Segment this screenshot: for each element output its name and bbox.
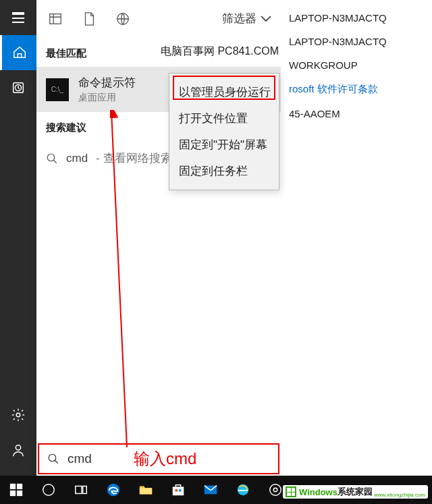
svg-rect-9 xyxy=(10,484,16,489)
window-icon[interactable] xyxy=(46,9,65,28)
cm-open-file-location[interactable]: 打开文件位置 xyxy=(169,105,279,132)
mail-icon[interactable] xyxy=(194,476,227,504)
windows-flag-icon xyxy=(286,486,296,497)
store-icon[interactable] xyxy=(162,476,194,504)
wm-brand-cn: 系统家园 xyxy=(338,486,373,498)
svg-rect-20 xyxy=(179,489,182,492)
start-button[interactable] xyxy=(0,476,32,504)
user-icon[interactable] xyxy=(0,432,36,468)
result-subtitle: 桌面应用 xyxy=(78,92,136,104)
bg-pcname2: LAPTOP-N3MJACTQ xyxy=(289,36,424,47)
gear-icon[interactable] xyxy=(0,397,36,432)
home-icon[interactable] xyxy=(0,35,36,70)
cmd-app-icon: C:\_ xyxy=(46,78,69,101)
explorer-icon[interactable] xyxy=(130,476,162,504)
document-icon[interactable] xyxy=(80,9,99,28)
cortana-button[interactable] xyxy=(32,476,65,504)
taskview-button[interactable] xyxy=(65,476,97,504)
system-info-bg: LAPTOP-N3MJACTQ LAPTOP-N3MJACTQ WORKGROU… xyxy=(281,0,432,476)
edge-icon[interactable] xyxy=(97,476,130,504)
bg-license-link[interactable]: rosoft 软件许可条款 xyxy=(289,83,378,94)
panel-header: 筛选器 xyxy=(36,0,281,38)
start-sidebar xyxy=(0,0,36,476)
search-icon xyxy=(46,152,58,165)
svg-rect-18 xyxy=(173,486,184,495)
ie-icon[interactable] xyxy=(227,476,259,504)
svg-point-7 xyxy=(49,454,56,461)
search-box[interactable]: 输入cmd xyxy=(38,443,279,474)
search-caption: 输入cmd xyxy=(134,448,196,470)
svg-rect-15 xyxy=(83,486,87,494)
result-title: 命令提示符 xyxy=(78,75,136,90)
wm-url: www.xitongzhijia.com xyxy=(374,492,425,498)
filter-dropdown[interactable]: 筛选器 xyxy=(222,11,271,26)
svg-rect-12 xyxy=(17,491,22,496)
filter-label: 筛选器 xyxy=(222,11,256,26)
svg-point-23 xyxy=(273,488,277,492)
svg-rect-10 xyxy=(17,484,22,489)
bg-pcname1: LAPTOP-N3MJACTQ xyxy=(289,12,424,24)
svg-rect-11 xyxy=(10,491,16,496)
svg-rect-14 xyxy=(76,486,82,494)
clock-icon[interactable] xyxy=(0,70,36,105)
context-menu: 以管理员身份运行 打开文件位置 固定到"开始"屏幕 固定到任务栏 xyxy=(169,73,279,190)
wm-brand-en: Windows xyxy=(299,487,338,497)
watermark-top: 电脑百事网 PC841.COM xyxy=(161,45,279,59)
svg-rect-19 xyxy=(175,489,178,492)
chevron-down-icon xyxy=(261,16,271,22)
hamburger-icon[interactable] xyxy=(0,0,36,35)
svg-rect-17 xyxy=(140,488,152,494)
svg-point-6 xyxy=(47,154,55,161)
cm-run-as-admin[interactable]: 以管理员身份运行 xyxy=(169,79,279,105)
svg-point-24 xyxy=(270,484,281,496)
svg-point-2 xyxy=(16,413,20,417)
svg-point-13 xyxy=(43,484,55,496)
watermark-bottom-right: Windows 系统家园 www.xitongzhijia.com xyxy=(283,485,428,499)
globe-icon[interactable] xyxy=(113,9,132,28)
suggest-query: cmd xyxy=(66,152,88,165)
svg-point-3 xyxy=(16,445,20,450)
cm-pin-taskbar[interactable]: 固定到任务栏 xyxy=(169,158,279,184)
svg-rect-4 xyxy=(50,13,61,24)
search-input[interactable] xyxy=(68,451,122,466)
cm-pin-start[interactable]: 固定到"开始"屏幕 xyxy=(169,132,279,158)
search-icon xyxy=(47,453,59,465)
bg-workgroup: WORKGROUP xyxy=(289,59,424,71)
bg-productid: 45-AAOEM xyxy=(289,108,424,119)
start-search-panel: 筛选器 最佳匹配 C:\_ 命令提示符 桌面应用 搜索建议 cmd - 查看网络… xyxy=(36,0,281,476)
